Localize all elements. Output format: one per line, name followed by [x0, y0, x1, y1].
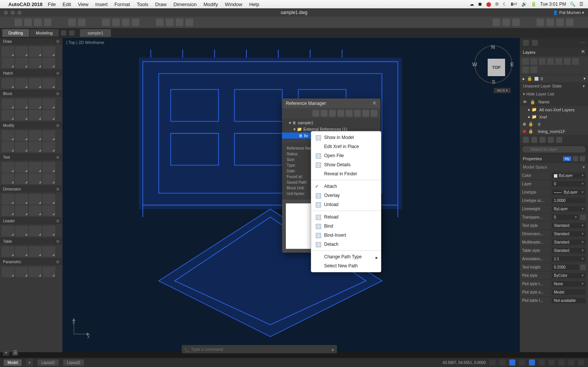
tb4-tool[interactable] [42, 246, 55, 257]
home-icon[interactable] [61, 30, 66, 36]
cloud-icon[interactable] [546, 19, 554, 26]
b7-tool[interactable] [29, 110, 42, 120]
aligned-tool[interactable] [15, 194, 28, 205]
sect-hatch[interactable]: Hatch⚙ [0, 70, 62, 77]
lyr-t9[interactable] [530, 66, 537, 73]
settings-icon[interactable] [578, 359, 584, 365]
polyline-tool[interactable] [15, 46, 28, 57]
t5-tool[interactable] [2, 173, 14, 184]
s4[interactable] [519, 359, 525, 365]
command-line[interactable]: ›_ ▴ [182, 345, 337, 353]
hide-layer-list[interactable]: ▾ Hide Layer List [520, 90, 588, 98]
t3-tool[interactable] [29, 162, 42, 173]
line-tool[interactable] [2, 46, 14, 57]
s2[interactable] [499, 359, 505, 365]
sect-parametric[interactable]: Parametric⚙ [0, 259, 62, 265]
sect-block[interactable]: Block⚙ [0, 91, 62, 97]
l2-3[interactable] [540, 137, 546, 143]
tb2-tool[interactable] [15, 246, 28, 257]
sect-draw[interactable]: Draw⚙ [0, 38, 62, 45]
linear-tool[interactable] [2, 194, 14, 205]
paste-icon[interactable] [132, 19, 139, 26]
prop-layer[interactable]: Layer0▼ [520, 180, 588, 188]
t8-tool[interactable] [42, 173, 55, 184]
boundary-tool[interactable] [29, 78, 42, 89]
s7[interactable] [549, 359, 555, 365]
mtext-tool[interactable] [2, 162, 14, 173]
prop-annotation-[interactable]: Annotation...1:1▼ [520, 255, 588, 263]
sect-text[interactable]: Text⚙ [0, 154, 62, 161]
orbit-icon[interactable] [512, 19, 520, 26]
prop-table-style[interactable]: Table styleStandard▼ [520, 246, 588, 255]
angular-tool[interactable] [29, 194, 42, 205]
zoom-icon[interactable] [493, 19, 500, 26]
refresh-icon[interactable] [321, 110, 328, 117]
t4-tool[interactable] [42, 162, 55, 173]
layer-row[interactable]: ▸ 📁 Xref [520, 113, 588, 120]
p4-tool[interactable] [42, 267, 55, 277]
lyr-t7[interactable] [572, 58, 579, 65]
tab-layout2[interactable]: Layout2 [63, 359, 84, 366]
rotate-tool[interactable] [29, 130, 42, 141]
l3-tool[interactable] [29, 226, 42, 236]
b5-tool[interactable] [2, 110, 14, 120]
prop-multileader-[interactable]: Multileader...Standard▼ [520, 238, 588, 246]
lyr-t4[interactable] [547, 58, 554, 65]
s6[interactable] [539, 359, 545, 365]
gear-icon[interactable]: ⚙ [56, 187, 59, 191]
ctx-edit-xref-in-place[interactable]: Edit Xref in Place [311, 142, 381, 151]
more-icon[interactable]: ⋯ [581, 41, 585, 45]
menu-tools[interactable]: Tools [137, 2, 148, 7]
trim-tool[interactable] [42, 130, 55, 141]
menu-view[interactable]: View [78, 2, 89, 7]
sect-table[interactable]: Table⚙ [0, 238, 62, 245]
details-icon[interactable] [362, 110, 369, 117]
l2-1[interactable] [523, 137, 529, 143]
lyr-t6[interactable] [564, 58, 571, 65]
lyr-t3[interactable] [539, 58, 546, 65]
lyr-t1[interactable] [522, 58, 529, 65]
wifi-icon[interactable]: �ವ [511, 2, 518, 7]
sect-modify[interactable]: Modify⚙ [0, 122, 62, 129]
dnd-icon[interactable]: ☾ [503, 2, 507, 7]
layer-row[interactable]: 🔒0 [520, 120, 588, 128]
fillet-tool[interactable] [15, 142, 28, 152]
clock[interactable]: Tue 3:01 PM [540, 2, 566, 7]
pan-icon[interactable] [502, 19, 510, 26]
prop-plot-style[interactable]: Plot styleByColor▼ [520, 271, 588, 280]
t6-tool[interactable] [15, 173, 28, 184]
user-label[interactable]: 👤 Pat Murnen ▾ [553, 10, 584, 15]
ctx-show-details[interactable]: Show Details [311, 160, 381, 169]
p1-tool[interactable] [2, 267, 14, 277]
xref-icon[interactable] [176, 19, 183, 26]
file-icon[interactable] [329, 110, 336, 117]
prop-text-height[interactable]: Text height0.2000 [520, 263, 588, 271]
add-tab-icon[interactable] [69, 30, 75, 36]
ctx-overlay[interactable]: Overlay [311, 191, 381, 200]
stop-icon[interactable]: ⏹ [478, 2, 482, 7]
s8[interactable] [558, 359, 565, 365]
open-icon[interactable] [24, 19, 32, 26]
insert-tool[interactable] [2, 98, 14, 109]
viewcube-face[interactable]: TOP [488, 59, 505, 76]
menu-format[interactable]: Format [114, 2, 130, 7]
p2-tool[interactable] [15, 267, 28, 277]
undo-icon[interactable] [68, 19, 76, 26]
menu-dimension[interactable]: Dimension [173, 2, 197, 7]
volume-icon[interactable]: 🔊 [521, 2, 527, 7]
prop-icon[interactable] [186, 19, 193, 26]
lyr-t2[interactable] [530, 58, 537, 65]
traffic-lights[interactable] [4, 11, 22, 15]
save-icon[interactable] [34, 19, 42, 26]
arc-tool[interactable] [2, 58, 14, 68]
menu-insert[interactable]: Insert [95, 2, 108, 7]
ctx-change-path-type[interactable]: Change Path Type▸ [311, 252, 381, 261]
tab-layout1[interactable]: Layout1 [37, 359, 59, 366]
s1[interactable] [490, 359, 496, 365]
folder-icon[interactable] [337, 110, 344, 117]
gear-icon[interactable]: ⚙ [56, 39, 59, 44]
new-icon[interactable] [14, 19, 22, 26]
region-tool[interactable] [42, 78, 55, 89]
circle-tool[interactable] [29, 46, 42, 57]
d7-tool[interactable] [29, 205, 42, 216]
